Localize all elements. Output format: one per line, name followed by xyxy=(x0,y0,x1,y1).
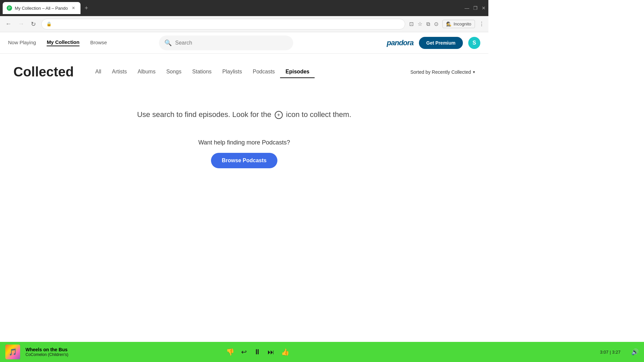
tab-close-button[interactable]: ✕ xyxy=(70,5,76,11)
minimize-button[interactable]: — xyxy=(465,5,469,11)
forward-button[interactable]: → xyxy=(17,19,25,29)
empty-message: Use search to find episodes. Look for th… xyxy=(20,110,468,119)
incognito-icon: 🕵 xyxy=(446,21,451,26)
top-nav: Now Playing My Collection Browse 🔍 pando… xyxy=(0,32,488,54)
user-avatar[interactable]: S xyxy=(468,37,480,49)
nav-right: pandora Get Premium S xyxy=(387,37,480,49)
profile-icon[interactable]: ⊙ xyxy=(434,21,438,27)
browse-podcasts-button[interactable]: Browse Podcasts xyxy=(211,153,277,168)
chevron-down-icon: ▾ xyxy=(473,70,475,74)
restore-button[interactable]: ❐ xyxy=(473,5,478,11)
tab-favicon: P xyxy=(7,5,12,11)
tab-albums[interactable]: Albums xyxy=(132,66,161,78)
back-button[interactable]: ← xyxy=(4,19,13,29)
tab-artists[interactable]: Artists xyxy=(107,66,132,78)
close-button[interactable]: ✕ xyxy=(482,5,486,11)
lock-icon: 🔒 xyxy=(46,21,52,26)
browser-toolbar: ← → ↻ 🔒 pandora.com/collection/episodes … xyxy=(0,16,488,32)
now-playing-link[interactable]: Now Playing xyxy=(8,40,36,46)
get-premium-button[interactable]: Get Premium xyxy=(419,37,463,49)
search-input[interactable] xyxy=(175,40,288,46)
sort-dropdown[interactable]: Sorted by Recently Collected ▾ xyxy=(410,69,475,75)
reload-button[interactable]: ↻ xyxy=(30,19,37,29)
tab-title: My Collection – All – Pando xyxy=(15,6,68,11)
nav-links: Now Playing My Collection Browse xyxy=(8,39,107,46)
tab-podcasts[interactable]: Podcasts xyxy=(248,66,280,78)
browser-chrome: P My Collection – All – Pando ✕ + — ❐ ✕ xyxy=(0,0,488,16)
search-bar[interactable]: 🔍 xyxy=(159,36,293,50)
tab-playlists[interactable]: Playlists xyxy=(217,66,248,78)
pandora-logo: pandora xyxy=(387,39,414,47)
toolbar-icons: ⊡ ☆ ⧉ ⊙ 🕵 Incognito ⋮ xyxy=(409,20,484,28)
menu-icon[interactable]: ⋮ xyxy=(479,21,484,27)
app: Now Playing My Collection Browse 🔍 pando… xyxy=(0,32,488,253)
tab-songs[interactable]: Songs xyxy=(161,66,187,78)
extensions-icon[interactable]: ⧉ xyxy=(426,21,430,27)
incognito-button[interactable]: 🕵 Incognito xyxy=(442,20,475,28)
tab-stations[interactable]: Stations xyxy=(187,66,217,78)
help-text: Want help finding more Podcasts? xyxy=(20,139,468,146)
plus-circle-icon xyxy=(275,111,283,119)
address-bar[interactable]: 🔒 pandora.com/collection/episodes xyxy=(41,19,405,29)
collection-tabs: All Artists Albums Songs Stations Playli… xyxy=(90,66,315,78)
tab-episodes[interactable]: Episodes xyxy=(280,66,315,78)
browse-link[interactable]: Browse xyxy=(90,40,107,46)
screen-cast-icon[interactable]: ⊡ xyxy=(409,21,414,27)
bookmark-icon[interactable]: ☆ xyxy=(418,21,422,27)
collection-header: Collected All Artists Albums Songs Stati… xyxy=(13,64,475,79)
collected-title: Collected xyxy=(13,64,74,79)
tab-all[interactable]: All xyxy=(90,66,107,78)
my-collection-link[interactable]: My Collection xyxy=(47,39,79,46)
url-input[interactable]: pandora.com/collection/episodes xyxy=(54,21,400,26)
window-controls: — ❐ ✕ xyxy=(465,5,486,11)
active-tab[interactable]: P My Collection – All – Pando ✕ xyxy=(3,2,80,14)
browser-tabs: P My Collection – All – Pando ✕ + xyxy=(3,2,462,14)
empty-state: Use search to find episodes. Look for th… xyxy=(13,90,475,188)
collection-area: Collected All Artists Albums Songs Stati… xyxy=(0,54,488,253)
incognito-label: Incognito xyxy=(453,21,471,26)
help-section: Want help finding more Podcasts? Browse … xyxy=(20,139,468,168)
search-icon: 🔍 xyxy=(164,39,172,47)
sort-label: Sorted by Recently Collected xyxy=(410,69,471,75)
new-tab-button[interactable]: + xyxy=(82,3,91,13)
